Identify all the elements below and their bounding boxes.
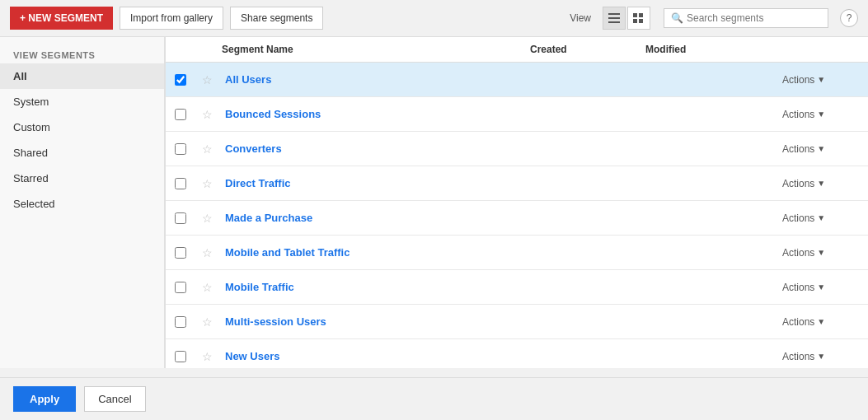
actions-button[interactable]: Actions ▼ xyxy=(777,245,868,260)
table-row: ☆ Direct Traffic Actions ▼ xyxy=(166,166,868,201)
row-name-col: Multi-session Users xyxy=(218,315,530,328)
actions-button[interactable]: Actions ▼ xyxy=(777,349,868,364)
import-from-gallery-button[interactable]: Import from gallery xyxy=(120,7,223,30)
segment-name-link[interactable]: Mobile Traffic xyxy=(222,281,294,293)
svg-rect-0 xyxy=(608,13,620,15)
row-actions-col: Actions ▼ xyxy=(777,211,868,226)
chevron-down-icon: ▼ xyxy=(817,317,825,326)
row-name-col: Mobile and Tablet Traffic xyxy=(218,246,530,259)
segment-name-link[interactable]: Made a Purchase xyxy=(222,212,312,224)
segment-name-link[interactable]: Multi-session Users xyxy=(222,315,326,328)
row-star-col: ☆ xyxy=(195,315,218,329)
row-checkbox[interactable] xyxy=(175,109,186,120)
list-view-icon xyxy=(608,13,620,23)
sidebar-item-selected[interactable]: Selected xyxy=(0,191,164,217)
sidebar-item-custom[interactable]: Custom xyxy=(0,114,164,140)
chevron-down-icon: ▼ xyxy=(817,213,825,222)
actions-label: Actions xyxy=(782,316,814,328)
svg-rect-1 xyxy=(608,17,620,19)
help-button[interactable]: ? xyxy=(840,9,858,27)
actions-button[interactable]: Actions ▼ xyxy=(777,107,868,122)
search-input[interactable] xyxy=(687,12,821,24)
row-star-col: ☆ xyxy=(195,177,218,190)
chevron-down-icon: ▼ xyxy=(817,282,825,292)
row-star-col: ☆ xyxy=(195,142,218,156)
row-checkbox-col xyxy=(166,247,195,259)
view-toggle xyxy=(603,7,650,30)
segment-name-link[interactable]: Converters xyxy=(222,142,282,155)
grid-view-button[interactable] xyxy=(627,7,650,30)
chevron-down-icon: ▼ xyxy=(817,144,825,153)
segment-name-link[interactable]: All Users xyxy=(222,73,271,86)
row-checkbox-col xyxy=(166,178,195,189)
segment-name-link[interactable]: Mobile and Tablet Traffic xyxy=(222,246,350,259)
row-checkbox-col xyxy=(166,351,195,362)
row-checkbox[interactable] xyxy=(175,247,186,259)
actions-button[interactable]: Actions ▼ xyxy=(777,211,868,226)
sidebar-item-all[interactable]: All xyxy=(0,63,164,89)
row-actions-col: Actions ▼ xyxy=(777,280,868,295)
segment-name-link[interactable]: Direct Traffic xyxy=(222,177,290,189)
actions-button[interactable]: Actions ▼ xyxy=(777,315,868,329)
table-row: ☆ New Users Actions ▼ xyxy=(166,339,868,368)
main-content: VIEW SEGMENTS All System Custom Shared S… xyxy=(0,37,868,368)
actions-label: Actions xyxy=(782,247,814,259)
chevron-down-icon: ▼ xyxy=(817,352,825,361)
row-checkbox[interactable] xyxy=(175,212,186,224)
row-name-col: Converters xyxy=(218,142,530,155)
segment-name-link[interactable]: Bounced Sessions xyxy=(222,108,321,120)
cancel-button[interactable]: Cancel xyxy=(84,386,145,412)
table-row: ☆ Bounced Sessions Actions ▼ xyxy=(166,97,868,132)
sidebar-item-starred[interactable]: Starred xyxy=(0,166,164,191)
row-name-col: Bounced Sessions xyxy=(218,108,530,120)
view-label: View xyxy=(570,12,591,24)
row-checkbox[interactable] xyxy=(175,143,186,155)
star-icon[interactable]: ☆ xyxy=(202,281,213,294)
star-icon[interactable]: ☆ xyxy=(202,315,213,329)
actions-button[interactable]: Actions ▼ xyxy=(777,176,868,191)
row-checkbox[interactable] xyxy=(175,74,186,86)
table-row: ☆ Mobile and Tablet Traffic Actions ▼ xyxy=(166,236,868,270)
list-view-button[interactable] xyxy=(603,7,626,30)
table-area: Segment Name Created Modified ☆ All User… xyxy=(165,37,868,368)
table-row: ☆ Mobile Traffic Actions ▼ xyxy=(166,270,868,305)
sidebar-item-shared[interactable]: Shared xyxy=(0,140,164,166)
new-segment-button[interactable]: + NEW SEGMENT xyxy=(10,7,113,30)
star-icon[interactable]: ☆ xyxy=(202,212,213,225)
segment-name-link[interactable]: New Users xyxy=(222,350,279,362)
star-icon[interactable]: ☆ xyxy=(202,73,213,86)
table-row: ☆ Made a Purchase Actions ▼ xyxy=(166,201,868,236)
star-icon[interactable]: ☆ xyxy=(202,142,213,156)
sidebar-item-system[interactable]: System xyxy=(0,89,164,114)
search-icon: 🔍 xyxy=(671,12,683,24)
table-row: ☆ All Users Actions ▼ xyxy=(166,63,868,97)
row-checkbox[interactable] xyxy=(175,316,186,328)
actions-button[interactable]: Actions ▼ xyxy=(777,142,868,156)
row-checkbox-col xyxy=(166,212,195,224)
actions-label: Actions xyxy=(782,351,814,362)
row-checkbox-col xyxy=(166,316,195,328)
apply-button[interactable]: Apply xyxy=(13,386,76,412)
row-actions-col: Actions ▼ xyxy=(777,315,868,329)
share-segments-button[interactable]: Share segments xyxy=(230,7,323,30)
star-icon[interactable]: ☆ xyxy=(202,246,213,259)
row-actions-col: Actions ▼ xyxy=(777,72,868,87)
actions-button[interactable]: Actions ▼ xyxy=(777,280,868,295)
actions-label: Actions xyxy=(782,74,814,86)
row-checkbox[interactable] xyxy=(175,282,186,293)
bottom-bar: Apply Cancel xyxy=(0,377,868,420)
svg-rect-3 xyxy=(633,13,637,17)
row-checkbox-col xyxy=(166,282,195,293)
star-icon[interactable]: ☆ xyxy=(202,108,213,121)
svg-rect-4 xyxy=(639,13,643,17)
row-star-col: ☆ xyxy=(195,246,218,259)
row-actions-col: Actions ▼ xyxy=(777,349,868,364)
row-checkbox[interactable] xyxy=(175,351,186,362)
row-checkbox[interactable] xyxy=(175,178,186,189)
star-icon[interactable]: ☆ xyxy=(202,350,213,363)
table-header: Segment Name Created Modified xyxy=(166,37,868,63)
row-actions-col: Actions ▼ xyxy=(777,176,868,191)
actions-button[interactable]: Actions ▼ xyxy=(777,72,868,87)
table-row: ☆ Converters Actions ▼ xyxy=(166,132,868,166)
star-icon[interactable]: ☆ xyxy=(202,177,213,190)
